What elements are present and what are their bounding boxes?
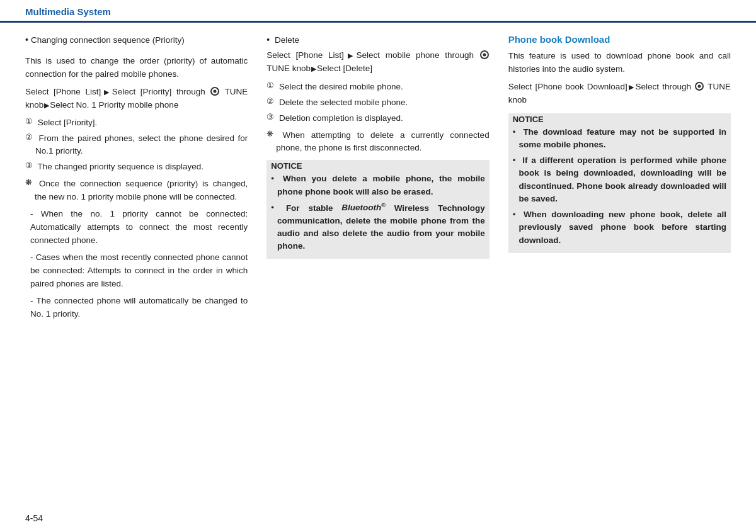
- dagger-text: Once the connection sequence (priority) …: [35, 178, 248, 204]
- right-notice-2-text: If a different operation is performed wh…: [518, 154, 726, 205]
- tune-icon-2: [480, 50, 489, 59]
- step-1-num: ①: [25, 116, 33, 130]
- step-2-num: ②: [25, 132, 33, 159]
- right-notice-2-dot: •: [513, 154, 516, 205]
- middle-notice-2: • For stable Bluetooth® Wireless Technol…: [271, 201, 484, 253]
- dash-item-1: - When the no. 1 priority cannot be conn…: [25, 208, 248, 247]
- middle-notice-box: NOTICE • When you delete a mobile phone,…: [266, 160, 489, 259]
- delete-dot: •: [266, 35, 270, 47]
- mid-dagger-symbol: ❋: [266, 129, 273, 156]
- right-para1: This feature is used to download phone b…: [508, 50, 731, 76]
- delete-bullet: • Delete: [266, 34, 489, 47]
- middle-notice-1: • When you delete a mobile phone, the mo…: [271, 173, 484, 198]
- dagger-item: ❋ Once the connection sequence (priority…: [25, 178, 248, 204]
- mid-step-3: ③ Deletion completion is displayed.: [266, 112, 489, 125]
- main-bullet-item: • Changing connection sequence (Priority…: [25, 34, 248, 52]
- step-1-item: ① Select [Priority].: [25, 116, 248, 130]
- dash-item-3: - The connected phone will automatically…: [25, 295, 248, 321]
- right-notice-1-dot: •: [513, 126, 516, 152]
- page-header: Multimedia System: [0, 0, 756, 23]
- tune-icon-3: [695, 82, 704, 91]
- notice-2-dot: •: [271, 201, 274, 253]
- delete-instruction: Select [Phone List]▶Select mobile phone …: [266, 49, 489, 76]
- header-title: Multimedia System: [25, 6, 111, 17]
- tune-icon-1: [210, 87, 219, 96]
- middle-column: • Delete Select [Phone List]▶Select mobi…: [266, 34, 489, 519]
- mid-dagger-text: When attempting to delete a currently co…: [276, 129, 489, 156]
- main-content: • Changing connection sequence (Priority…: [0, 23, 756, 526]
- right-column: Phone book Download This feature is used…: [508, 34, 731, 519]
- right-notice-3: • When downloading new phone book, delet…: [513, 208, 726, 247]
- page-number: 4-54: [25, 513, 43, 523]
- notice-2-text: For stable Bluetooth® Wireless Technolog…: [277, 201, 485, 253]
- mid-step-3-text: Deletion completion is displayed.: [277, 112, 403, 125]
- mid-step-2: ② Delete the selected mobile phone.: [266, 96, 489, 110]
- right-notice-label: NOTICE: [513, 115, 726, 124]
- step-3-text: The changed priority sequence is display…: [35, 161, 203, 174]
- right-notice-1: • The download feature may not be suppor…: [513, 126, 726, 152]
- main-bullet-text: Changing connection sequence (Priority): [31, 34, 185, 47]
- mid-dagger: ❋ When attempting to delete a currently …: [266, 129, 489, 156]
- mid-step-1-num: ①: [266, 81, 274, 94]
- right-instruction: Select [Phone book Download]▶Select thro…: [508, 81, 731, 107]
- left-para2: Select [Phone List]▶Select [Priority] th…: [25, 86, 248, 112]
- right-notice-2: • If a different operation is performed …: [513, 154, 726, 205]
- notice-1-text: When you delete a mobile phone, the mobi…: [277, 173, 485, 198]
- right-notice-3-text: When downloading new phone book, delete …: [518, 208, 726, 247]
- delete-label: Delete: [272, 34, 299, 47]
- step-3-num: ③: [25, 161, 33, 174]
- right-notice-1-text: The download feature may not be supporte…: [518, 126, 726, 152]
- dagger-symbol: ❋: [25, 178, 32, 204]
- left-para1: This is used to change the order (priori…: [25, 55, 248, 81]
- mid-step-2-text: Delete the selected mobile phone.: [277, 96, 408, 110]
- left-column: • Changing connection sequence (Priority…: [25, 34, 248, 519]
- phone-book-heading: Phone book Download: [508, 34, 731, 45]
- middle-notice-label: NOTICE: [271, 161, 484, 171]
- mid-step-1-text: Select the desired mobile phone.: [277, 81, 403, 94]
- right-notice-box: NOTICE • The download feature may not be…: [508, 113, 731, 253]
- step-1-text: Select [Priority].: [35, 116, 97, 130]
- bullet-dot: •: [25, 35, 28, 52]
- mid-step-2-num: ②: [266, 96, 274, 110]
- notice-1-dot: •: [271, 173, 274, 198]
- dash-item-2: - Cases when the most recently connected…: [25, 251, 248, 291]
- mid-step-3-num: ③: [266, 112, 274, 125]
- right-notice-3-dot: •: [513, 208, 516, 247]
- step-2-item: ② From the paired phones, select the pho…: [25, 132, 248, 159]
- step-3-item: ③ The changed priority sequence is displ…: [25, 161, 248, 174]
- step-2-text: From the paired phones, select the phone…: [35, 132, 248, 159]
- mid-step-1: ① Select the desired mobile phone.: [266, 81, 489, 94]
